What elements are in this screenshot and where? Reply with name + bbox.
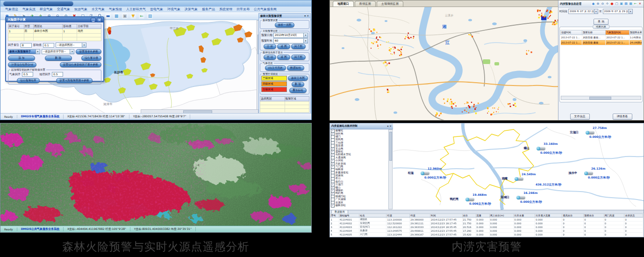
close-icon[interactable]: ✕ <box>638 2 642 6</box>
pin-icon[interactable]: ▼ <box>130 13 136 19</box>
panel-button[interactable]: 成 图 <box>277 44 290 49</box>
factor-table[interactable]: 因子索引类型图层名影响值分析字段1面森林分布图1地类 <box>8 24 101 41</box>
overlay-show-button[interactable]: 综合显示值 <box>81 56 101 61</box>
menu-item[interactable]: 公共气象服务网 <box>254 7 277 12</box>
table-row[interactable]: 2013-07-22 1...风险等级:暴雨2013-07-22 1...24小… <box>561 40 642 45</box>
map-tab[interactable]: 雨情监测 <box>355 1 376 7</box>
layer-list-scrollbar[interactable] <box>388 129 393 209</box>
layer-checkbox[interactable]: ✓ <box>331 204 335 207</box>
weather-factor-input[interactable]: 0.5 <box>22 72 33 77</box>
window-icon[interactable]: ▢ <box>615 2 619 6</box>
range-separator: 至 <box>599 10 602 14</box>
layer-select[interactable]: --请选择图层--▾ <box>56 43 86 48</box>
fire-factor-dialog[interactable]: 火险因子计算 ▁ ✕ 因子索引类型图层名影响值分析字段1面森林分布图1地类 因子… <box>5 16 104 82</box>
station-map[interactable] <box>393 123 644 210</box>
menu-item[interactable]: 林业气象 <box>40 7 53 12</box>
map-icon[interactable]: ▧ <box>147 13 153 19</box>
panel-combo[interactable]: 60▾ <box>273 38 308 43</box>
panel-button[interactable]: 因子图 <box>291 55 306 60</box>
end-date-picker[interactable]: 2009 年 07 月 29 日▾ <box>603 9 633 14</box>
pan-icon[interactable]: ✥ <box>605 2 609 6</box>
calc-grid-button[interactable]: 计算综合结果Grid <box>8 62 36 67</box>
close-icon[interactable]: ✕ <box>97 18 102 22</box>
gradient-params-button[interactable]: 设置渐变色参数 <box>76 49 101 54</box>
menu-item[interactable]: 气象预报 <box>109 7 122 12</box>
collapse-icon[interactable]: ▾ <box>304 14 306 17</box>
panel-button[interactable]: 分 析 <box>264 44 276 49</box>
warning-layers-table[interactable]: 选择图层预警区域 <box>260 96 309 113</box>
menu-item[interactable]: 服务产品 <box>202 7 215 12</box>
city-flood-map[interactable]: 湘江云溪乡 <box>330 7 559 121</box>
window-tab[interactable] <box>3 1 73 6</box>
back-icon[interactable]: ← <box>139 13 144 19</box>
sort-field-select[interactable]: --请选择排序字段--▾ <box>42 49 75 54</box>
close-icon[interactable]: ✕ <box>307 14 309 17</box>
panel-combo[interactable]: 2013年10月15日▾ <box>273 33 308 38</box>
table-row[interactable]: 1面森林分布图1地类 <box>8 29 101 34</box>
globe-icon[interactable]: ◉ <box>591 2 595 6</box>
panel-button[interactable]: 森林分布图 <box>288 76 308 81</box>
file-info-button[interactable]: 文件信息 <box>570 114 590 120</box>
layers-icon[interactable]: ▤ <box>624 2 628 6</box>
station-data-table[interactable]: 序号测站编号站名经度纬度时间水位流量闸上水位(m)出库水量出库最大流量最高水位预… <box>330 214 643 237</box>
refresh-icon[interactable]: ▣ <box>619 2 623 6</box>
layer-item[interactable]: ✓杨林所站 <box>331 204 390 207</box>
query-button[interactable]: 查 询 <box>594 19 608 25</box>
menu-item[interactable]: 日常发布 <box>236 7 250 12</box>
menu-item[interactable]: 雷电气象 <box>150 7 163 12</box>
menu-item[interactable]: 人工影响天气 <box>126 7 146 12</box>
menu-item[interactable]: 环境气象 <box>167 7 180 12</box>
panel-button[interactable]: 数据标绘 <box>287 65 304 71</box>
panel-button[interactable]: 删 除 <box>292 82 304 87</box>
menu-item[interactable]: 气象信息 <box>5 7 18 12</box>
menu-item[interactable]: 气象实况 <box>22 7 36 12</box>
result-horizontal-scrollbar[interactable] <box>561 96 641 100</box>
panel-button[interactable]: 自 动 <box>264 55 276 60</box>
stop-icon[interactable]: ● <box>610 2 614 6</box>
factor-select[interactable]: 森林火险预警因子▾ <box>8 49 40 54</box>
panel-button[interactable]: 修改一览图 <box>275 22 295 28</box>
collapse-icon[interactable]: ▾ <box>387 125 389 128</box>
menu-item[interactable]: 水文气象 <box>92 7 105 12</box>
combined-warning-button[interactable]: 综合预警结果 <box>17 78 40 83</box>
menu-item[interactable]: 决策气象 <box>185 7 198 12</box>
panel-button[interactable]: 因子图 <box>291 44 306 49</box>
set-display-params-button[interactable]: 设置综合潜势核因子显示参数 <box>60 62 101 67</box>
zoom-in-icon[interactable]: ⊕ <box>596 2 600 6</box>
table-row[interactable]: 441104004采桑湖113.04657529.4699112014/12/2… <box>330 229 643 233</box>
add-button[interactable]: 添 加 <box>8 56 35 61</box>
panel-button[interactable]: xls文件列表 <box>265 65 286 71</box>
menu-item[interactable]: 交通气象 <box>57 7 70 12</box>
panel-button[interactable]: 成 图 <box>277 55 290 60</box>
table-row[interactable]: 341104003官垸河口112.16122229.3633332014/12/… <box>330 225 643 229</box>
delete-button[interactable]: 删 除 <box>45 56 72 61</box>
station-data-table-wrap[interactable]: 序号测站编号站名经度纬度时间水位流量闸上水位(m)出库水量出库最大流量最高水位预… <box>330 214 644 237</box>
factor-index-input[interactable]: 8 <box>21 43 32 48</box>
back-icon[interactable]: ← <box>633 2 637 6</box>
zoom-out-icon[interactable]: ⊖ <box>601 2 605 6</box>
menu-item[interactable]: 系统管理 <box>219 7 232 12</box>
hbar-icon[interactable]: ▬ <box>105 13 111 19</box>
image-icon[interactable]: ▦ <box>629 2 633 6</box>
dialog-titlebar[interactable]: 火险因子计算 ▁ ✕ <box>6 17 103 22</box>
print-icon[interactable]: ▣ <box>122 13 128 19</box>
detail-view-button[interactable]: 详情查看 <box>613 114 632 120</box>
table-row[interactable]: 241104002东湖北闸112.52000029.3811112014/12/… <box>330 221 643 225</box>
map-tab[interactable]: 土壤墒情监测 <box>377 1 403 7</box>
geo-factor-input[interactable]: 0.5 <box>52 72 63 77</box>
warning-result-table[interactable]: 创建时间预警名称气象预报时间预报降水类型操作人2013-07-22 1...风险… <box>560 30 642 45</box>
panel-button[interactable]: 叠加标绘 <box>289 88 307 93</box>
close-icon[interactable]: ✕ <box>389 125 392 128</box>
start-date-picker[interactable]: 2009 年 07 月 22 日▾ <box>568 9 598 14</box>
table-row[interactable]: 141104001城陵矶113.10000029.3800002014/12/2… <box>330 218 643 221</box>
menu-item[interactable]: 旅游气象 <box>74 7 87 12</box>
set-fire-map-params-button[interactable]: 设置火险预警图显示参数 <box>56 78 93 83</box>
weight-input[interactable]: 0.1 <box>43 43 54 48</box>
table-row[interactable]: 2013-07-22 1...风险等级:暴雨...2013-07-22 1...… <box>561 35 642 40</box>
image-icon[interactable]: ▦ <box>114 13 119 19</box>
map-tab[interactable]: 地图窗口 <box>333 1 354 7</box>
data-tab-strip: 数据查询 <box>330 210 644 214</box>
panel-title: 内涝监测站点图层控制 <box>331 124 358 128</box>
fire-source-raster[interactable] <box>0 123 311 226</box>
minimize-icon[interactable]: ▁ <box>91 18 96 22</box>
